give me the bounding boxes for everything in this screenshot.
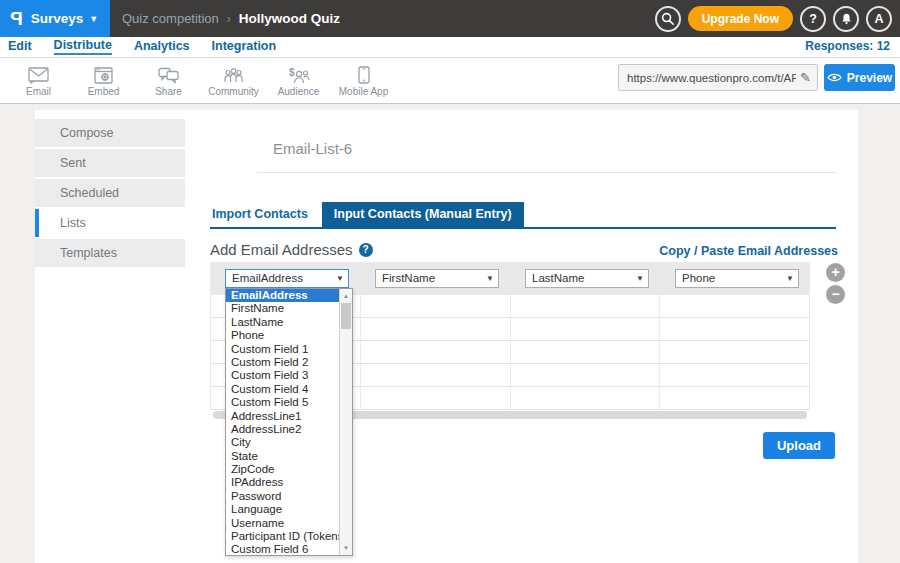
column-select-last-name[interactable]: LastName ▼ [525, 269, 649, 288]
contact-cell[interactable] [660, 295, 810, 317]
breadcrumb-survey-folder[interactable]: Quiz competition [122, 11, 219, 26]
dropdown-option[interactable]: Custom Field 6 [226, 543, 339, 555]
dropdown-option[interactable]: Custom Field 3 [226, 369, 339, 382]
nav-item-edit[interactable]: Edit [8, 39, 32, 53]
share-icon [158, 62, 179, 84]
toolbar-item-share[interactable]: Share [136, 62, 201, 97]
sidebar-item-compose[interactable]: Compose [35, 119, 185, 147]
product-name: Surveys [31, 11, 84, 26]
contact-cell[interactable] [511, 295, 661, 317]
scrollbar-thumb[interactable] [341, 303, 351, 329]
breadcrumb: Quiz competition › Hollywood Quiz [122, 11, 340, 26]
dropdown-option[interactable]: AddressLine1 [226, 410, 339, 423]
sidebar-item-lists[interactable]: Lists [35, 209, 185, 237]
notifications-button[interactable] [833, 6, 859, 32]
sidebar-item-templates[interactable]: Templates [35, 239, 185, 267]
audience-icon: $ [288, 62, 310, 84]
dropdown-option[interactable]: IPAddress [226, 476, 339, 489]
upgrade-now-button[interactable]: Upgrade Now [688, 6, 793, 31]
help-button[interactable]: ? [800, 6, 826, 32]
dropdown-option[interactable]: Username [226, 517, 339, 530]
upload-button[interactable]: Upload [763, 432, 835, 459]
dropdown-option[interactable]: EmailAddress [226, 289, 339, 302]
contact-cell[interactable] [660, 387, 810, 409]
preview-button[interactable]: Preview [824, 64, 895, 91]
contact-cell[interactable] [361, 364, 511, 386]
dropdown-option[interactable]: Custom Field 5 [226, 396, 339, 409]
column-field-dropdown: EmailAddress FirstName LastName Phone Cu… [225, 288, 353, 556]
toolbar-item-audience[interactable]: $ Audience [266, 62, 331, 97]
distribute-toolbar: Email Embed Share Community $ Audience [0, 58, 900, 104]
email-lists-panel: Compose Sent Scheduled Lists Templates E… [35, 110, 858, 563]
add-row-button[interactable]: + [826, 263, 845, 282]
questionpro-logo-icon: P [10, 8, 23, 30]
dropdown-option[interactable]: City [226, 436, 339, 449]
contact-cell[interactable] [660, 318, 810, 340]
toolbar-item-email[interactable]: Email [6, 62, 71, 97]
column-select-email-address[interactable]: EmailAddress ▼ [225, 269, 349, 288]
contact-cell[interactable] [361, 318, 511, 340]
breadcrumb-survey-name[interactable]: Hollywood Quiz [239, 11, 340, 26]
column-select-first-name[interactable]: FirstName ▼ [375, 269, 499, 288]
select-caret-icon: ▼ [336, 270, 344, 287]
dropdown-option-list: EmailAddress FirstName LastName Phone Cu… [226, 289, 339, 555]
svg-text:$: $ [289, 67, 295, 78]
contact-cell[interactable] [361, 295, 511, 317]
sidebar-item-sent[interactable]: Sent [35, 149, 185, 177]
dropdown-option[interactable]: Custom Field 4 [226, 383, 339, 396]
toolbar-item-embed[interactable]: Embed [71, 62, 136, 97]
account-avatar[interactable]: A [866, 6, 892, 32]
dropdown-option[interactable]: Custom Field 1 [226, 343, 339, 356]
contact-cell[interactable] [660, 364, 810, 386]
responses-count[interactable]: Responses: 12 [805, 39, 890, 53]
contact-cell[interactable] [361, 387, 511, 409]
dropdown-option[interactable]: Participant ID (Tokens) [226, 530, 339, 543]
breadcrumb-separator: › [227, 12, 231, 26]
contact-cell[interactable] [511, 341, 661, 363]
sidebar-item-scheduled[interactable]: Scheduled [35, 179, 185, 207]
contact-cell[interactable] [511, 364, 661, 386]
dropdown-scrollbar[interactable]: ▲ ▼ [339, 289, 352, 555]
help-icon[interactable]: ? [359, 243, 373, 257]
search-icon [660, 11, 675, 26]
community-icon [223, 62, 244, 84]
dropdown-option[interactable]: State [226, 450, 339, 463]
contact-cell[interactable] [511, 318, 661, 340]
nav-item-analytics[interactable]: Analytics [134, 39, 190, 53]
contact-cell[interactable] [511, 387, 661, 409]
contact-cell[interactable] [660, 341, 810, 363]
dropdown-option[interactable]: LastName [226, 316, 339, 329]
tab-import-contacts[interactable]: Import Contacts [210, 202, 322, 227]
dropdown-option[interactable]: Language [226, 503, 339, 516]
remove-row-button[interactable]: − [826, 285, 845, 304]
eye-icon [827, 72, 842, 83]
toolbar-item-mobile-app[interactable]: Mobile App [331, 62, 396, 97]
bell-icon [840, 12, 853, 26]
edit-url-icon[interactable]: ✎ [800, 70, 811, 85]
dropdown-option[interactable]: ZipCode [226, 463, 339, 476]
dropdown-option[interactable]: Phone [226, 329, 339, 342]
search-button[interactable] [655, 6, 681, 32]
nav-item-distribute[interactable]: Distribute [54, 38, 112, 55]
dropdown-option[interactable]: FirstName [226, 302, 339, 315]
dropdown-option[interactable]: Password [226, 490, 339, 503]
add-email-addresses-heading: Add Email Addresses ? [210, 241, 373, 258]
dropdown-option[interactable]: Custom Field 2 [226, 356, 339, 369]
tab-input-contacts-manual[interactable]: Input Contacts (Manual Entry) [322, 202, 524, 227]
survey-url-field[interactable]: https://www.questionpro.com/t/APNrFZ ✎ [618, 64, 818, 91]
email-sidebar: Compose Sent Scheduled Lists Templates [35, 119, 185, 269]
contact-cell[interactable] [361, 341, 511, 363]
scroll-down-icon[interactable]: ▼ [340, 542, 352, 554]
nav-item-integration[interactable]: Integration [212, 39, 277, 53]
scroll-up-icon[interactable]: ▲ [340, 290, 352, 302]
select-caret-icon: ▼ [486, 270, 494, 287]
email-icon [28, 62, 49, 84]
mobile-app-icon [358, 62, 370, 84]
column-select-phone[interactable]: Phone ▼ [675, 269, 799, 288]
dropdown-option[interactable]: AddressLine2 [226, 423, 339, 436]
copy-paste-email-link[interactable]: Copy / Paste Email Addresses [659, 244, 838, 258]
toolbar-item-community[interactable]: Community [201, 62, 266, 97]
select-caret-icon: ▼ [636, 270, 644, 287]
surveys-menu[interactable]: P Surveys ▼ [0, 0, 110, 37]
chevron-down-icon: ▼ [89, 14, 98, 24]
